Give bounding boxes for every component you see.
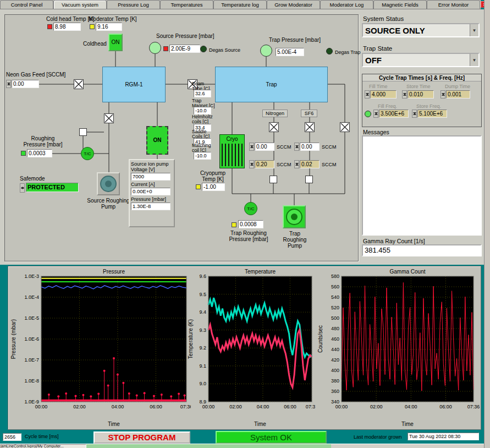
- sf6-flow-spinner[interactable]: [294, 143, 299, 151]
- control-sidebar: System Status SOURCE ONLY ▼ Trap State O…: [362, 15, 483, 260]
- sf6-setpoint-spinner[interactable]: [294, 160, 299, 168]
- nitrogen-valve[interactable]: [269, 122, 279, 132]
- store-time-spinner[interactable]: [402, 90, 407, 99]
- cold-head-temp-value: 8.98: [53, 23, 81, 31]
- source-pressure-gauge-icon: [149, 42, 161, 54]
- valve-x-icon: [269, 123, 278, 132]
- trap-roughing-led-icon: [232, 222, 236, 227]
- degas-source-label: Degas Source: [209, 47, 240, 53]
- cryopump-temp-value: -1.00: [202, 183, 225, 191]
- svg-text:580: 580: [331, 274, 339, 279]
- ion-pump-current-label: Current [A]: [131, 182, 155, 187]
- sf6-flow-value[interactable]: 0.00: [300, 143, 320, 151]
- system-status-dropdown[interactable]: SOURCE ONLY ▼: [362, 23, 480, 37]
- n2-setpoint-value[interactable]: 0.20: [255, 160, 274, 168]
- taskbar-item[interactable]: amLineControl.lvproj/My Computer...: [1, 444, 86, 448]
- sf6-setpoint-unit: SCCM: [322, 162, 337, 168]
- svg-text:Temperature (K): Temperature (K): [188, 319, 194, 359]
- bottom-strip: 2656 Cycle time [ms] STOP PROGRAM System…: [0, 430, 484, 444]
- system-status-label: System Status: [363, 15, 404, 22]
- pump-hub-icon: [105, 181, 112, 187]
- trap-thermocouple: T/C: [244, 202, 257, 215]
- n2-setpoint-spinner[interactable]: [249, 160, 254, 168]
- tab-error-monitor[interactable]: Error Monitor: [427, 0, 480, 9]
- neon-valve[interactable]: [74, 79, 84, 89]
- fill-freq-value[interactable]: 3.500E+6: [379, 110, 409, 118]
- ion-pump-title: Source Ion pump Voltage [V]: [131, 161, 169, 172]
- store-freq-value[interactable]: 5.100E+6: [417, 110, 447, 118]
- source-roughing-pump-icon: [97, 172, 120, 195]
- valve-x-icon: [104, 114, 113, 123]
- trap-roughing-pump-icon: [283, 205, 306, 228]
- source-pressure-label: Source Pressure [mbar]: [156, 33, 214, 39]
- store-time-label: Store Time: [406, 84, 431, 90]
- source-pressure-value: 2.00E-9: [169, 45, 200, 53]
- n2-setpoint-unit: SCCM: [277, 162, 291, 168]
- store-freq-spinner[interactable]: [412, 110, 417, 118]
- moderator-led-icon: [90, 24, 95, 29]
- tab-bar: Control Panel Vacuum system Pressure Log…: [0, 0, 481, 9]
- tab-temperatures[interactable]: Temperatures: [160, 0, 213, 9]
- tab-moderator-log[interactable]: Moderator Log: [320, 0, 373, 9]
- degas-trap-led-icon[interactable]: [326, 48, 333, 54]
- fill-freq-spinner[interactable]: [373, 110, 378, 118]
- pipe-junction: [305, 176, 313, 183]
- messages-box[interactable]: [362, 135, 482, 236]
- cryopump-led-icon: [196, 184, 201, 189]
- safemode-spinner[interactable]: [20, 183, 25, 193]
- fill-time-spinner[interactable]: [365, 90, 370, 99]
- svg-text:Time: Time: [401, 421, 414, 427]
- source-thermocouple: T/C: [81, 147, 94, 160]
- ion-pump-voltage: 7000: [131, 173, 170, 181]
- rgm1-chamber: RGM-1: [102, 67, 166, 102]
- svg-text:Temperature: Temperature: [245, 269, 276, 275]
- neon-feed-spinner[interactable]: [6, 80, 11, 88]
- trap-state-dropdown[interactable]: OFF ▼: [362, 53, 480, 67]
- safemode-value[interactable]: PROTECTED: [26, 183, 79, 192]
- degas-source-led-icon[interactable]: [200, 46, 207, 52]
- svg-text:1.0E-3: 1.0E-3: [24, 274, 39, 279]
- valve-x-icon: [74, 80, 83, 89]
- moderator-temp-label: Moderator Temp [K]: [89, 16, 137, 22]
- coldhead-on-button[interactable]: ON: [108, 34, 123, 51]
- n2-flow-value[interactable]: 0.00: [255, 143, 274, 151]
- tab-grow-moderator[interactable]: Grow Moderator: [267, 0, 320, 9]
- sf6-setpoint-value[interactable]: 0.02: [300, 160, 320, 168]
- roughing-pressure-value: 0.0003: [27, 149, 52, 157]
- stop-program-button[interactable]: STOP PROGRAM: [93, 431, 190, 444]
- tab-vacuum-system[interactable]: Vacuum system: [53, 0, 107, 9]
- tab-pressure-log[interactable]: Pressure Log: [107, 0, 160, 9]
- svg-text:Counts/sec: Counts/sec: [317, 325, 323, 353]
- vent-valve[interactable]: [340, 122, 350, 132]
- dump-time-label: Dump Time: [445, 84, 470, 90]
- dump-time-value[interactable]: 0.001: [446, 90, 470, 99]
- svg-text:520: 520: [331, 305, 339, 310]
- chevron-down-icon[interactable]: ▼: [470, 54, 478, 66]
- tab-magnetic-fields[interactable]: Magnetic Fields: [373, 0, 427, 9]
- svg-text:9.0: 9.0: [199, 381, 206, 386]
- fill-time-value[interactable]: 4.000: [370, 90, 397, 99]
- svg-text:560: 560: [331, 284, 339, 289]
- sf6-flow-unit: SCCM: [322, 144, 337, 150]
- valve-x-icon: [305, 123, 314, 132]
- dump-time-spinner[interactable]: [441, 90, 445, 99]
- cryo-pump-icon: Cryo: [219, 134, 245, 168]
- tab-control-panel[interactable]: Control Panel: [0, 0, 53, 9]
- svg-text:9.2: 9.2: [199, 345, 206, 351]
- sf6-valve[interactable]: [305, 122, 315, 132]
- source-pressure-led-icon: [163, 46, 168, 51]
- ion-pump-panel: Source Ion pump Voltage [V] 7000 Current…: [129, 159, 175, 227]
- source-gate-valve[interactable]: ON: [146, 126, 168, 155]
- charts-panel: 1.0E-31.0E-41.0E-51.0E-61.0E-71.0E-81.0E…: [8, 266, 481, 430]
- trap-chamber: Trap: [215, 67, 328, 102]
- n2-flow-spinner[interactable]: [249, 143, 254, 151]
- source-roughing-valve[interactable]: [104, 113, 114, 123]
- tab-temperature-log[interactable]: Temperature log: [213, 0, 267, 9]
- svg-text:400: 400: [331, 368, 339, 373]
- neon-feed-label: Neon Gas Feed [SCCM]: [6, 72, 65, 78]
- store-time-value[interactable]: 0.010: [408, 90, 434, 99]
- neon-feed-value[interactable]: 0.00: [12, 80, 39, 88]
- chevron-down-icon[interactable]: ▼: [470, 24, 478, 36]
- trap-roughing-label: Trap Roughing Pressure [mbar]: [226, 230, 271, 242]
- sf6-tag: SF6: [301, 110, 317, 117]
